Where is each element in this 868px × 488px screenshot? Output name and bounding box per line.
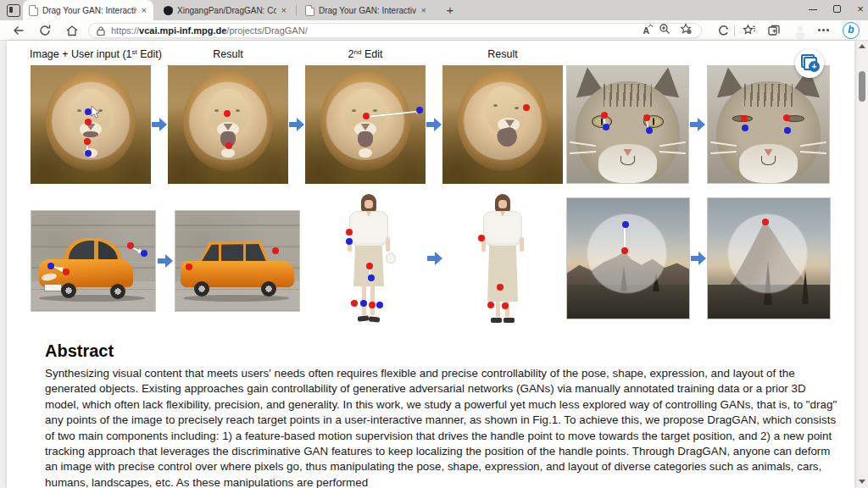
home-icon[interactable] (65, 24, 79, 37)
handle-point (783, 114, 790, 121)
target-point (603, 124, 609, 130)
tab-title: Drag Your GAN: Interactive Point (42, 6, 136, 15)
handle-point (487, 302, 494, 308)
bing-discover-icon[interactable]: b (843, 22, 860, 39)
close-icon[interactable]: × (141, 6, 147, 15)
arrow-right-icon (691, 252, 706, 265)
target-point (622, 221, 629, 228)
figure-header-4: Result (442, 48, 563, 60)
document-icon (305, 5, 314, 16)
back-icon[interactable] (12, 24, 25, 37)
url-scheme: https:// (111, 25, 139, 36)
arrow-right-icon (427, 252, 442, 265)
cat-input-image (566, 65, 689, 184)
target-point (141, 250, 147, 257)
handle-point (84, 138, 91, 145)
tab-title: XingangPan/DragGAN: Code for (177, 6, 276, 15)
tab-bar: Drag Your GAN: Interactive Point × Xinga… (0, 0, 868, 20)
scrollbar-thumb[interactable] (859, 71, 865, 102)
tab-draggan-project-2[interactable]: Drag Your GAN: Interactive Point × (299, 0, 433, 20)
address-bar[interactable]: https://vcai.mpi-inf.mpg.de/projects/Dra… (88, 23, 702, 38)
document-icon (29, 5, 38, 16)
toolbar-separator (734, 25, 735, 36)
arrow-right-icon (152, 118, 167, 131)
handle-point (369, 302, 376, 308)
car-input-image (31, 210, 156, 312)
target-point (360, 300, 367, 307)
tab-title: Drag Your GAN: Interactive Point (319, 6, 416, 15)
arrow-right-icon (426, 118, 442, 131)
tab-separator (296, 5, 297, 15)
landscape-input-image (566, 197, 690, 319)
url-text: https://vcai.mpi-inf.mpg.de/projects/Dra… (111, 25, 308, 36)
lion-second-edit-image (305, 65, 426, 184)
figure-header-3: 2nd Edit (305, 48, 426, 60)
add-favorite-icon[interactable] (680, 23, 693, 38)
restore-icon[interactable] (826, 0, 849, 19)
person-result-image (448, 193, 558, 326)
zoom-icon[interactable] (659, 23, 670, 38)
lion-second-result-image (442, 65, 563, 184)
mouse-cursor (91, 106, 101, 119)
arrow-right-icon (690, 118, 705, 131)
page-viewport: Image + User input (1st Edit) Result 2nd… (0, 41, 868, 488)
landscape-result-image (707, 197, 831, 319)
add-to-collection-badge[interactable]: + (795, 49, 824, 78)
lion-input-image (31, 65, 151, 184)
read-aloud-icon[interactable]: A (643, 25, 649, 36)
refresh-icon[interactable] (38, 24, 52, 37)
tab-actions-icon[interactable] (7, 4, 20, 17)
scroll-up-icon[interactable] (859, 44, 865, 48)
favorites-icon[interactable] (743, 24, 756, 37)
figure-header-1: Image + User input (1st Edit) (24, 48, 168, 60)
scroll-down-icon[interactable] (859, 480, 865, 484)
abstract-text: Synthesizing visual content that meets u… (45, 366, 837, 488)
handle-point (85, 119, 92, 125)
handle-point (621, 247, 628, 254)
handle-point (762, 219, 769, 225)
browser-essentials-icon[interactable] (716, 24, 730, 37)
car-result-image (175, 210, 300, 312)
close-icon[interactable]: × (849, 0, 868, 19)
url-domain: vcai.mpi-inf.mpg.de (139, 25, 226, 36)
close-icon[interactable]: × (281, 6, 287, 15)
tab-draggan-project[interactable]: Drag Your GAN: Interactive Point × (23, 0, 153, 20)
page-content: Image + User input (1st Edit) Result 2nd… (7, 41, 854, 488)
handle-point (224, 110, 231, 117)
handle-point (363, 113, 370, 119)
arrow-right-icon (158, 254, 173, 268)
handle-point (225, 142, 232, 149)
person-input-image (314, 193, 424, 326)
target-point (346, 238, 353, 245)
lion-result-image (168, 65, 288, 184)
minimize-icon[interactable] (802, 0, 824, 19)
collections-icon[interactable] (767, 24, 781, 37)
navigation-toolbar: https://vcai.mpi-inf.mpg.de/projects/Dra… (0, 20, 868, 41)
handle-point (272, 247, 279, 254)
plus-icon: + (809, 61, 820, 72)
close-icon[interactable]: × (420, 6, 427, 15)
target-point (376, 302, 383, 308)
handle-point (346, 229, 353, 236)
target-point (85, 150, 92, 157)
github-icon (164, 6, 173, 15)
new-tab-icon[interactable]: + (442, 2, 459, 19)
handle-point (63, 269, 70, 275)
cat-result-image (707, 65, 830, 184)
figure-header-2: Result (168, 48, 288, 60)
lock-icon (96, 25, 106, 36)
abstract-heading: Abstract (45, 341, 114, 361)
arrow-right-icon (289, 118, 304, 131)
handle-point (523, 104, 530, 111)
url-path: /projects/DragGAN/ (226, 25, 307, 36)
handle-point (741, 115, 748, 122)
tab-github-repo[interactable]: XingangPan/DragGAN: Code for × (158, 0, 293, 20)
